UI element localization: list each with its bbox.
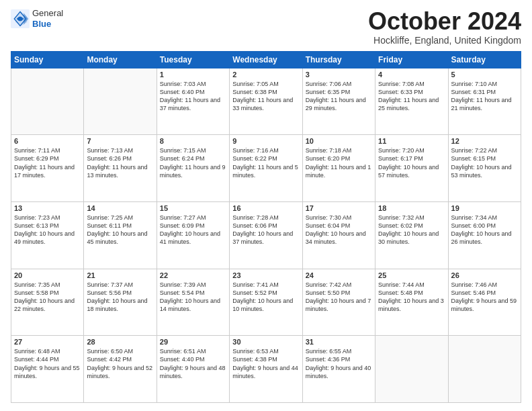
calendar-week-1: 1Sunrise: 7:03 AM Sunset: 6:40 PM Daylig…	[11, 68, 521, 135]
day-info: Sunrise: 7:30 AM Sunset: 6:04 PM Dayligh…	[306, 214, 372, 246]
day-info: Sunrise: 7:27 AM Sunset: 6:09 PM Dayligh…	[160, 214, 226, 246]
day-info: Sunrise: 7:13 AM Sunset: 6:26 PM Dayligh…	[87, 146, 153, 179]
calendar-cell: 2Sunrise: 7:05 AM Sunset: 6:38 PM Daylig…	[230, 68, 302, 135]
logo-text: General Blue	[32, 8, 63, 29]
calendar-cell: 31Sunrise: 6:55 AM Sunset: 4:36 PM Dayli…	[302, 336, 375, 403]
col-thursday: Thursday	[302, 51, 375, 68]
logo: General Blue	[11, 8, 63, 29]
calendar-cell: 16Sunrise: 7:28 AM Sunset: 6:06 PM Dayli…	[230, 201, 302, 269]
month-title: October 2024	[368, 8, 521, 35]
day-info: Sunrise: 7:28 AM Sunset: 6:06 PM Dayligh…	[232, 214, 299, 246]
col-wednesday: Wednesday	[230, 51, 302, 68]
calendar-cell: 18Sunrise: 7:32 AM Sunset: 6:02 PM Dayli…	[375, 201, 448, 269]
day-info: Sunrise: 6:53 AM Sunset: 4:38 PM Dayligh…	[232, 347, 299, 380]
day-info: Sunrise: 7:06 AM Sunset: 6:35 PM Dayligh…	[306, 80, 372, 113]
day-number: 9	[232, 137, 299, 145]
day-info: Sunrise: 7:08 AM Sunset: 6:33 PM Dayligh…	[378, 80, 445, 113]
calendar-cell: 10Sunrise: 7:18 AM Sunset: 6:20 PM Dayli…	[302, 135, 375, 202]
day-number: 4	[378, 71, 445, 79]
day-info: Sunrise: 7:44 AM Sunset: 5:48 PM Dayligh…	[378, 281, 445, 314]
day-info: Sunrise: 7:39 AM Sunset: 5:54 PM Dayligh…	[160, 281, 226, 314]
day-number: 25	[378, 271, 445, 279]
calendar-cell	[448, 336, 521, 403]
calendar-cell: 22Sunrise: 7:39 AM Sunset: 5:54 PM Dayli…	[157, 269, 229, 336]
calendar-cell: 3Sunrise: 7:06 AM Sunset: 6:35 PM Daylig…	[302, 68, 375, 135]
day-number: 1	[160, 71, 226, 79]
calendar-cell: 23Sunrise: 7:41 AM Sunset: 5:52 PM Dayli…	[230, 269, 302, 336]
calendar-week-5: 27Sunrise: 6:48 AM Sunset: 4:44 PM Dayli…	[11, 336, 521, 403]
col-monday: Monday	[84, 51, 157, 68]
day-info: Sunrise: 7:03 AM Sunset: 6:40 PM Dayligh…	[160, 80, 226, 113]
generalblue-logo-icon	[11, 9, 30, 28]
col-tuesday: Tuesday	[157, 51, 229, 68]
day-number: 13	[14, 204, 81, 212]
col-friday: Friday	[375, 51, 448, 68]
day-number: 10	[306, 137, 372, 145]
day-info: Sunrise: 6:48 AM Sunset: 4:44 PM Dayligh…	[14, 347, 81, 380]
calendar-cell: 4Sunrise: 7:08 AM Sunset: 6:33 PM Daylig…	[375, 68, 448, 135]
day-number: 23	[232, 271, 299, 279]
header: General Blue October 2024 Hockliffe, Eng…	[11, 8, 521, 46]
day-number: 26	[451, 271, 518, 279]
day-number: 27	[14, 338, 81, 346]
day-info: Sunrise: 7:16 AM Sunset: 6:22 PM Dayligh…	[232, 146, 299, 179]
calendar-cell: 27Sunrise: 6:48 AM Sunset: 4:44 PM Dayli…	[11, 336, 84, 403]
logo-blue: Blue	[32, 19, 63, 30]
calendar-cell: 30Sunrise: 6:53 AM Sunset: 4:38 PM Dayli…	[230, 336, 302, 403]
calendar-cell: 26Sunrise: 7:46 AM Sunset: 5:46 PM Dayli…	[448, 269, 521, 336]
page: General Blue October 2024 Hockliffe, Eng…	[0, 0, 532, 411]
calendar-cell: 13Sunrise: 7:23 AM Sunset: 6:13 PM Dayli…	[11, 201, 84, 269]
calendar-cell: 24Sunrise: 7:42 AM Sunset: 5:50 PM Dayli…	[302, 269, 375, 336]
calendar-cell: 25Sunrise: 7:44 AM Sunset: 5:48 PM Dayli…	[375, 269, 448, 336]
logo-general: General	[32, 8, 63, 19]
day-number: 19	[451, 204, 518, 212]
calendar-cell: 28Sunrise: 6:50 AM Sunset: 4:42 PM Dayli…	[84, 336, 157, 403]
calendar-cell: 8Sunrise: 7:15 AM Sunset: 6:24 PM Daylig…	[157, 135, 229, 202]
day-number: 31	[306, 338, 372, 346]
day-info: Sunrise: 7:22 AM Sunset: 6:15 PM Dayligh…	[451, 146, 518, 179]
day-number: 7	[87, 137, 153, 145]
day-info: Sunrise: 7:10 AM Sunset: 6:31 PM Dayligh…	[451, 80, 518, 113]
calendar-cell: 17Sunrise: 7:30 AM Sunset: 6:04 PM Dayli…	[302, 201, 375, 269]
day-number: 15	[160, 204, 226, 212]
day-number: 30	[232, 338, 299, 346]
calendar-cell: 21Sunrise: 7:37 AM Sunset: 5:56 PM Dayli…	[84, 269, 157, 336]
day-info: Sunrise: 7:37 AM Sunset: 5:56 PM Dayligh…	[87, 281, 153, 314]
location: Hockliffe, England, United Kingdom	[368, 35, 521, 46]
day-number: 28	[87, 338, 153, 346]
calendar-table: Sunday Monday Tuesday Wednesday Thursday…	[11, 51, 521, 403]
day-info: Sunrise: 7:15 AM Sunset: 6:24 PM Dayligh…	[160, 146, 226, 179]
day-number: 16	[232, 204, 299, 212]
day-number: 17	[306, 204, 372, 212]
calendar-cell: 15Sunrise: 7:27 AM Sunset: 6:09 PM Dayli…	[157, 201, 229, 269]
day-info: Sunrise: 6:51 AM Sunset: 4:40 PM Dayligh…	[160, 347, 226, 380]
calendar-cell	[84, 68, 157, 135]
day-info: Sunrise: 7:46 AM Sunset: 5:46 PM Dayligh…	[451, 281, 518, 314]
calendar-cell: 20Sunrise: 7:35 AM Sunset: 5:58 PM Dayli…	[11, 269, 84, 336]
day-number: 29	[160, 338, 226, 346]
day-number: 20	[14, 271, 81, 279]
day-info: Sunrise: 7:18 AM Sunset: 6:20 PM Dayligh…	[306, 146, 372, 179]
col-sunday: Sunday	[11, 51, 84, 68]
calendar-cell: 5Sunrise: 7:10 AM Sunset: 6:31 PM Daylig…	[448, 68, 521, 135]
day-info: Sunrise: 7:25 AM Sunset: 6:11 PM Dayligh…	[87, 214, 153, 246]
day-info: Sunrise: 6:55 AM Sunset: 4:36 PM Dayligh…	[306, 347, 372, 380]
title-block: October 2024 Hockliffe, England, United …	[368, 8, 521, 46]
calendar-cell	[11, 68, 84, 135]
day-info: Sunrise: 7:42 AM Sunset: 5:50 PM Dayligh…	[306, 281, 372, 314]
calendar-week-3: 13Sunrise: 7:23 AM Sunset: 6:13 PM Dayli…	[11, 201, 521, 269]
day-info: Sunrise: 7:20 AM Sunset: 6:17 PM Dayligh…	[378, 146, 445, 179]
day-number: 3	[306, 71, 372, 79]
day-info: Sunrise: 6:50 AM Sunset: 4:42 PM Dayligh…	[87, 347, 153, 380]
day-number: 5	[451, 71, 518, 79]
calendar-cell	[375, 336, 448, 403]
day-number: 12	[451, 137, 518, 145]
day-info: Sunrise: 7:32 AM Sunset: 6:02 PM Dayligh…	[378, 214, 445, 246]
calendar-cell: 7Sunrise: 7:13 AM Sunset: 6:26 PM Daylig…	[84, 135, 157, 202]
col-saturday: Saturday	[448, 51, 521, 68]
calendar-cell: 1Sunrise: 7:03 AM Sunset: 6:40 PM Daylig…	[157, 68, 229, 135]
day-info: Sunrise: 7:11 AM Sunset: 6:29 PM Dayligh…	[14, 146, 81, 179]
calendar-cell: 12Sunrise: 7:22 AM Sunset: 6:15 PM Dayli…	[448, 135, 521, 202]
calendar-header-row: Sunday Monday Tuesday Wednesday Thursday…	[11, 51, 521, 68]
day-number: 22	[160, 271, 226, 279]
